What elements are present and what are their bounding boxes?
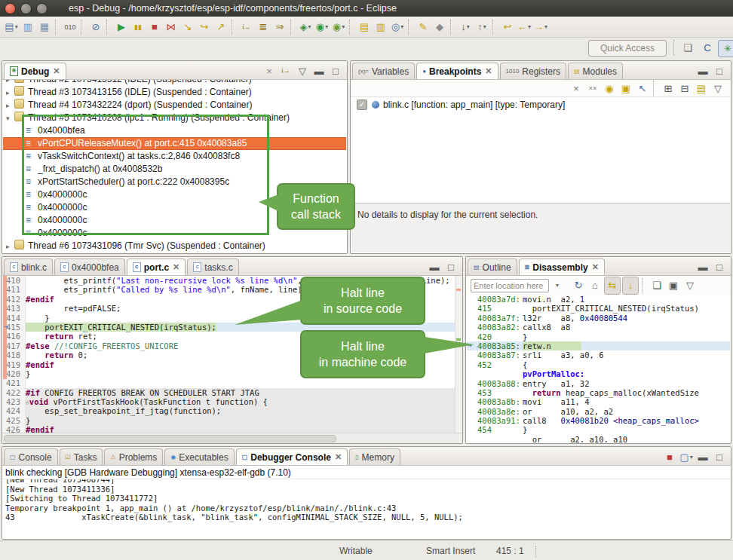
remove-breakpoint-icon[interactable]: × bbox=[569, 80, 584, 96]
sync-with-stack-frame-icon[interactable]: ⇆ bbox=[604, 277, 621, 295]
tab-modules[interactable]: ▤Modules bbox=[568, 63, 623, 79]
breakpoint-checkbox[interactable]: ✓ bbox=[357, 99, 367, 110]
minimize-icon[interactable]: ▬ bbox=[695, 259, 710, 275]
step-over-icon[interactable]: ↪ bbox=[197, 19, 212, 35]
debug-thread-row[interactable]: ▸Thread #4 1073432224 (dport) (Suspended… bbox=[3, 99, 346, 112]
track-expression-icon[interactable]: ↓ bbox=[622, 277, 639, 295]
line-number[interactable]: 426 bbox=[3, 425, 26, 433]
debug-thread-row[interactable]: ▸Thread #6 1073431096 (Tmr Svc) (Suspend… bbox=[3, 240, 346, 252]
window-minimize-button[interactable] bbox=[20, 3, 32, 14]
display-selected-console-icon[interactable]: ▢▾ bbox=[679, 448, 694, 465]
close-icon[interactable]: ✕ bbox=[173, 262, 179, 272]
instruction-stepping-mode-icon[interactable]: i→ bbox=[278, 63, 293, 79]
location-input[interactable] bbox=[471, 279, 549, 292]
skip-all-breakpoints-icon[interactable]: ⊘ bbox=[88, 19, 103, 35]
tab-debug[interactable]: ✳ Debug✕ bbox=[4, 63, 66, 79]
quick-access-button[interactable]: Quick Access bbox=[588, 40, 667, 57]
minimize-icon[interactable]: ▬ bbox=[427, 259, 442, 275]
group-by-icon[interactable]: ▤ bbox=[694, 80, 709, 96]
console-output[interactable]: [New Thread 1073408744][New Thread 10734… bbox=[2, 479, 731, 534]
open-perspective-button[interactable]: ❏ bbox=[679, 40, 697, 56]
collapse-all-icon[interactable]: ⊟ bbox=[677, 80, 692, 96]
terminate-icon[interactable]: ■ bbox=[662, 448, 677, 465]
maximize-icon[interactable]: □ bbox=[712, 259, 727, 275]
instruction-stepping-icon[interactable]: i→ bbox=[239, 19, 254, 35]
tab-outline[interactable]: ▤Outline bbox=[468, 259, 517, 275]
debug-perspective-button[interactable]: ✳ bbox=[718, 40, 733, 57]
debug-thread-row[interactable]: ▾Thread #5 1073410208 (ipc1 : Running) (… bbox=[3, 112, 346, 124]
view-menu-icon[interactable]: ▽ bbox=[295, 63, 310, 79]
editor-horizontal-scrollbar[interactable] bbox=[2, 433, 462, 443]
save-icon[interactable]: ▥ bbox=[20, 19, 35, 35]
terminate-icon[interactable]: ■ bbox=[147, 19, 162, 35]
refresh-view-icon[interactable]: ↻ bbox=[571, 277, 586, 294]
tab-variables[interactable]: (x)=Variables bbox=[352, 63, 415, 79]
close-icon[interactable]: ✕ bbox=[335, 452, 342, 462]
tab-registers[interactable]: 1010Registers bbox=[500, 63, 566, 79]
maximize-icon[interactable]: □ bbox=[443, 259, 459, 275]
tab-executables[interactable]: ◉Executables bbox=[164, 448, 234, 465]
tab-breakpoints[interactable]: ●Breakpoints✕ bbox=[416, 63, 498, 79]
close-icon[interactable]: ✕ bbox=[485, 66, 492, 76]
line-number[interactable]: 425 bbox=[3, 416, 26, 425]
tab-0x4000bfea[interactable]: c0x4000bfea bbox=[54, 259, 125, 275]
open-resource-icon[interactable]: ▥ bbox=[373, 19, 388, 35]
window-close-button[interactable] bbox=[5, 3, 16, 14]
minimize-icon[interactable]: ▬ bbox=[695, 63, 710, 79]
expand-all-icon[interactable]: ⊞ bbox=[661, 80, 676, 96]
toggle-mark-occurrences-icon[interactable]: ✎ bbox=[416, 19, 431, 35]
step-filters-icon[interactable]: ⇒ bbox=[272, 19, 287, 35]
link-with-debug-view-icon[interactable]: ↖ bbox=[635, 80, 650, 96]
view-menu-icon[interactable]: ▽ bbox=[682, 277, 698, 294]
tab-memory[interactable]: ▯Memory bbox=[349, 448, 400, 465]
tab-blink-c[interactable]: cblink.c bbox=[4, 259, 53, 275]
debug-thread-row[interactable]: ▸Thread #2 1073415512 (IDLE) (Suspended … bbox=[3, 80, 346, 86]
maximize-icon[interactable]: □ bbox=[712, 448, 727, 465]
tab-disassembly[interactable]: ≣Disassembly✕ bbox=[519, 259, 605, 275]
save-all-icon[interactable]: ▦ bbox=[37, 19, 52, 35]
debug-stack-frame-row[interactable]: ≡vPortCPUReleaseMutex() at port.c:415 0x… bbox=[3, 137, 346, 150]
close-icon[interactable]: ✕ bbox=[53, 66, 60, 76]
view-menu-icon[interactable]: ▽ bbox=[710, 80, 725, 96]
debug-stack-frame-row[interactable]: ≡_frxt_dispatch() at 0x4008532b bbox=[3, 163, 346, 176]
tab-tasks[interactable]: ☑Tasks bbox=[60, 448, 103, 465]
search-icon[interactable]: ◎▾ bbox=[390, 19, 405, 35]
tab-debugger-console[interactable]: ▢Debugger Console✕ bbox=[236, 448, 348, 465]
open-element-icon[interactable]: ▤ bbox=[357, 19, 372, 35]
next-annotation-icon[interactable]: ↓▾ bbox=[458, 19, 473, 35]
debug-stack-frame-row[interactable]: ≡vTaskSwitchContext() at tasks.c:2,846 0… bbox=[3, 150, 346, 163]
close-icon[interactable]: ✕ bbox=[592, 262, 599, 272]
debug-icon[interactable]: ◈▾ bbox=[298, 19, 313, 35]
disassembly-listing[interactable]: 40083a7d:movi.n a2, 1415 portEXIT_CRITIC… bbox=[467, 295, 730, 442]
pin-view-icon[interactable]: ▣ bbox=[666, 277, 681, 294]
disconnect-icon[interactable]: ⋈ bbox=[164, 19, 179, 35]
minimize-icon[interactable]: ▬ bbox=[695, 448, 710, 465]
location-dropdown-icon[interactable]: ▾ bbox=[550, 277, 565, 294]
build-binary-icon[interactable]: 010 bbox=[63, 19, 78, 35]
show-debug-sources-icon[interactable]: ≣ bbox=[256, 19, 271, 35]
line-number[interactable]: 423 bbox=[3, 397, 26, 406]
tab-problems[interactable]: ⚠Problems bbox=[104, 448, 163, 465]
home-icon[interactable]: ⌂ bbox=[587, 277, 603, 294]
maximize-icon[interactable]: □ bbox=[712, 63, 727, 79]
remove-all-breakpoints-icon[interactable]: ×× bbox=[585, 80, 600, 96]
new-wizard-icon[interactable]: ▤▾ bbox=[4, 19, 19, 35]
run-icon[interactable]: ◉▾ bbox=[314, 19, 330, 35]
maximize-icon[interactable]: □ bbox=[328, 63, 343, 79]
breakpoint-list-item[interactable]: ✓ blink.c [function: app_main] [type: Te… bbox=[351, 97, 731, 112]
show-breakpoints-for-selection-icon[interactable]: ◉ bbox=[602, 80, 617, 96]
minimize-icon[interactable]: ▬ bbox=[311, 63, 327, 79]
step-into-icon[interactable]: ↘ bbox=[180, 19, 195, 35]
previous-annotation-icon[interactable]: ↑▾ bbox=[474, 19, 489, 35]
last-edit-location-icon[interactable]: ↩ bbox=[500, 19, 515, 35]
tab-port-c[interactable]: cport.c✕ bbox=[127, 259, 186, 275]
step-return-icon[interactable]: ↗ bbox=[213, 19, 228, 35]
remove-all-terminated-icon[interactable]: × bbox=[262, 63, 277, 79]
line-number[interactable]: 422 bbox=[3, 388, 26, 397]
line-number[interactable]: 421 bbox=[3, 378, 26, 387]
line-number[interactable]: 424 bbox=[3, 406, 26, 415]
forward-icon[interactable]: →▾ bbox=[533, 19, 548, 35]
tab-console[interactable]: ▢Console bbox=[4, 448, 58, 465]
show-whitespace-icon[interactable]: ◆ bbox=[432, 19, 447, 35]
external-tools-icon[interactable]: ◉▾ bbox=[331, 19, 346, 35]
